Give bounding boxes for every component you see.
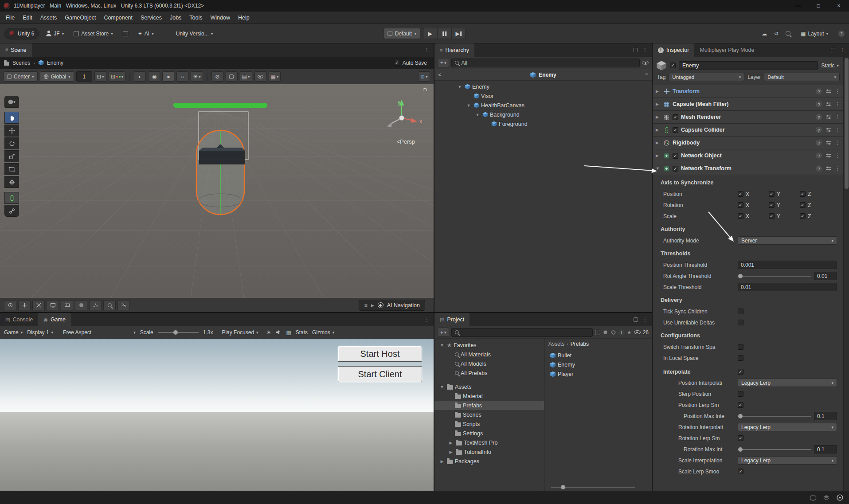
folder-prefabs[interactable]: Prefabs xyxy=(434,401,544,410)
pane-lock-icon[interactable] xyxy=(634,48,638,52)
use-unreliable-deltas-checkbox[interactable] xyxy=(738,320,743,325)
tab-hierarchy[interactable]: ≡ Hierarchy xyxy=(434,43,474,57)
component-menu-icon[interactable]: ⋮ xyxy=(835,88,840,94)
scale-threshold-field[interactable]: 0.01 xyxy=(738,283,837,291)
in-local-space-checkbox[interactable] xyxy=(738,355,743,361)
pane-lock-icon[interactable] xyxy=(831,48,835,52)
tab-scene[interactable]: # Scene xyxy=(0,43,32,57)
gizmos-dropdown[interactable]: Gizmos ▾ xyxy=(312,329,334,336)
status-activity-icon[interactable] xyxy=(836,494,844,501)
effects-dropdown[interactable]: ☀ ▾ xyxy=(191,71,203,82)
help-icon[interactable]: ? xyxy=(816,101,822,107)
expander-icon[interactable]: ▶ xyxy=(656,115,661,119)
overlay-handle-icon[interactable]: ≡ xyxy=(364,302,367,309)
asset-enemy[interactable]: Enemy xyxy=(544,360,652,369)
asset-player[interactable]: Player xyxy=(544,369,652,379)
rotation-y-checkbox[interactable]: ✓ xyxy=(769,202,775,208)
slider-knob[interactable] xyxy=(738,274,743,278)
hierarchy-row-background[interactable]: ▼ Background xyxy=(434,110,652,119)
static-dropdown[interactable]: Static ▾ xyxy=(821,63,840,69)
scale-y-checkbox[interactable]: ✓ xyxy=(769,213,775,219)
presets-icon[interactable] xyxy=(826,114,831,120)
favorites-root[interactable]: ▼ ★ Favorites xyxy=(434,340,544,350)
presets-icon[interactable] xyxy=(826,166,831,171)
folder-settings[interactable]: Settings xyxy=(434,429,544,438)
expander-icon[interactable]: ▼ xyxy=(466,103,472,108)
tag-dropdown[interactable]: Untagged ▾ xyxy=(669,73,744,81)
favorite-all-models[interactable]: All Models xyxy=(434,359,544,368)
hierarchy-row-foreground[interactable]: Foreground xyxy=(434,119,652,129)
switch-transform-space-checkbox[interactable] xyxy=(738,344,743,350)
expander-icon[interactable]: ▶ xyxy=(439,459,445,464)
enabled-checkbox[interactable]: ✓ xyxy=(673,153,678,159)
ai-navigation-overlay[interactable]: ≡ ▶ AI Navigation xyxy=(359,300,425,311)
slider-knob[interactable] xyxy=(738,414,743,418)
menu-window[interactable]: Window xyxy=(207,12,234,23)
scene-film-button[interactable] xyxy=(61,300,73,310)
prefab-back-button[interactable]: < xyxy=(434,72,445,78)
collapse-icon[interactable]: ▶ xyxy=(371,303,374,308)
game-viewport[interactable]: Start Host Start Client xyxy=(0,339,434,491)
favorites-filter-icon[interactable]: ★ xyxy=(627,329,632,336)
expander-icon[interactable]: ▶ xyxy=(656,89,661,94)
presets-icon[interactable] xyxy=(826,127,831,133)
display-dropdown[interactable]: Display 1 ▾ xyxy=(27,329,53,336)
scene-search-button[interactable] xyxy=(103,300,116,310)
thumbnail-zoom-slider[interactable] xyxy=(551,487,635,488)
pivot-toggle[interactable]: Center ▾ xyxy=(4,71,38,82)
enabled-checkbox[interactable]: ✓ xyxy=(673,166,678,172)
position-y-checkbox[interactable]: ✓ xyxy=(769,191,775,197)
isolation-button[interactable] xyxy=(226,71,238,82)
hierarchy-row-enemy[interactable]: ▼ Enemy xyxy=(434,82,652,91)
help-icon[interactable]: ? xyxy=(816,165,822,172)
breadcrumb-enemy[interactable]: Enemy xyxy=(47,60,63,66)
breadcrumb-prefabs[interactable]: Prefabs xyxy=(571,341,589,347)
rot-angle-threshold-field[interactable]: 0.01 xyxy=(814,272,837,280)
component-menu-icon[interactable]: ⋮ xyxy=(835,101,840,107)
grid-size-field[interactable]: 1 xyxy=(76,71,92,82)
favorite-all-prefabs[interactable]: All Prefabs xyxy=(434,368,544,378)
rotation-x-checkbox[interactable]: ✓ xyxy=(738,202,743,208)
menu-services[interactable]: Services xyxy=(137,12,166,23)
layout-dropdown[interactable]: ▦ Layout ▾ xyxy=(798,28,831,39)
folder-scripts[interactable]: Scripts xyxy=(434,419,544,429)
search-icon[interactable] xyxy=(786,31,790,36)
gizmos-visibility-dropdown[interactable]: ⊕ ▾ xyxy=(418,71,430,82)
expander-icon[interactable]: ▼ xyxy=(439,343,445,348)
position-lerp-smoothing-checkbox[interactable]: ✓ xyxy=(738,402,743,408)
auto-save-toggle[interactable]: ✓ Auto Save xyxy=(394,60,430,66)
presets-icon[interactable] xyxy=(826,89,831,94)
scene-particles-button[interactable] xyxy=(89,300,102,310)
help-icon[interactable]: ? xyxy=(816,152,822,159)
add-asset-button[interactable]: + ▾ xyxy=(438,328,449,337)
capsule-edit-tool-button[interactable] xyxy=(4,192,19,204)
scene-visibility-filter-icon[interactable] xyxy=(642,61,649,65)
tab-game[interactable]: ◉ Game xyxy=(38,313,71,326)
component-menu-icon[interactable]: ⋮ xyxy=(835,140,840,146)
hand-tool-button[interactable] xyxy=(4,112,19,124)
project-search-input[interactable] xyxy=(451,328,593,337)
scene-viewport[interactable]: y x ▾ xyxy=(0,84,434,298)
audio-mute-button[interactable]: ⊘ xyxy=(211,71,223,82)
rotation-z-checkbox[interactable]: ✓ xyxy=(800,202,806,208)
scale-slider[interactable] xyxy=(158,332,199,333)
rot-angle-threshold-slider[interactable] xyxy=(738,276,811,277)
open-search-window-icon[interactable] xyxy=(595,330,600,335)
expander-icon[interactable]: ▼ xyxy=(457,85,463,89)
expander-icon[interactable]: ▶ xyxy=(656,128,661,132)
component-rigidbody[interactable]: ▶ Rigidbody ? ⋮ xyxy=(653,137,843,149)
scale-z-checkbox[interactable]: ✓ xyxy=(800,213,806,219)
expander-icon[interactable]: ▼ xyxy=(656,166,661,171)
component-network-object[interactable]: ▶ ✓ Network Object ? ⋮ xyxy=(653,149,843,162)
menu-tools[interactable]: Tools xyxy=(185,12,206,23)
scale-interpolation-dropdown[interactable]: Legacy Lerp ▾ xyxy=(738,456,837,465)
help-icon[interactable]: ? xyxy=(816,127,822,133)
active-checkbox[interactable]: ✓ xyxy=(670,63,676,68)
pause-button[interactable] xyxy=(437,28,451,39)
scene-visibility-button[interactable] xyxy=(254,71,266,82)
menu-assets[interactable]: Assets xyxy=(36,12,61,23)
component-mesh-filter[interactable]: ▶ Capsule (Mesh Filter) ? ⋮ xyxy=(653,98,843,111)
scene-monitor-button[interactable] xyxy=(47,300,59,310)
rotation-max-interpolation-slider[interactable] xyxy=(738,449,811,450)
stats-button[interactable]: Stats xyxy=(296,329,308,336)
